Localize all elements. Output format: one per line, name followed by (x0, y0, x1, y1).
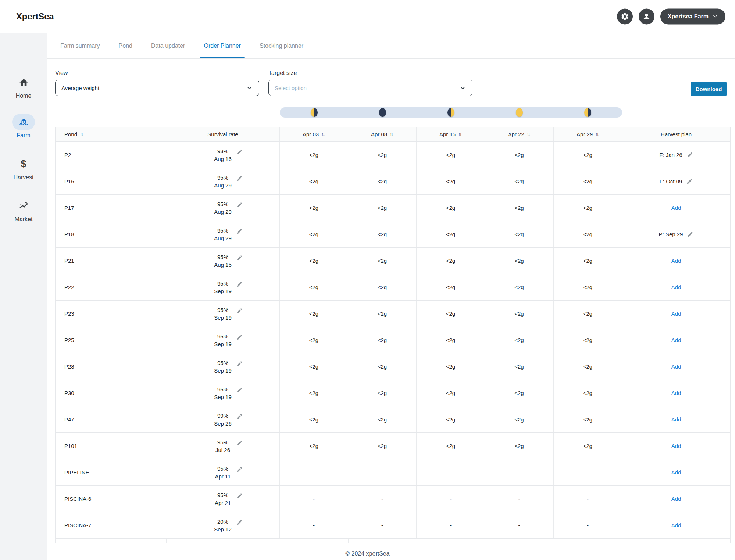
edit-pencil-icon[interactable] (236, 440, 243, 446)
weight-value-cell: <2g (554, 433, 622, 459)
tab-order-planner[interactable]: Order Planner (204, 33, 241, 58)
edit-pencil-icon[interactable] (236, 519, 243, 525)
settings-button[interactable] (617, 8, 633, 24)
edit-pencil-icon[interactable] (236, 228, 243, 234)
tab-farm-summary[interactable]: Farm summary (60, 33, 100, 58)
weight-value-cell: <2g (554, 195, 622, 221)
target-size-placeholder: Select option (275, 85, 307, 91)
weight-value-cell: - (348, 512, 417, 538)
weight-value-cell: <2g (485, 327, 554, 353)
sidebar-item-harvest[interactable]: $ Harvest (0, 156, 47, 181)
weight-value-cell: <2g (485, 248, 554, 274)
chevron-down-icon (246, 85, 253, 91)
moon-full-icon (516, 108, 523, 117)
weight-value-cell: <2g (280, 301, 348, 327)
edit-pencil-icon[interactable] (236, 466, 243, 473)
survival-rate-cell: 95%Sep 19 (166, 274, 280, 300)
column-header-apr-08[interactable]: Apr 08↑↓ (348, 127, 417, 141)
edit-pencil-icon[interactable] (236, 175, 243, 182)
pond-name: PIPELINE (56, 459, 166, 485)
edit-pencil-icon[interactable] (686, 178, 693, 184)
add-harvest-plan-link[interactable]: Add (671, 416, 681, 423)
target-size-select[interactable]: Select option (268, 80, 472, 96)
weight-value-cell: <2g (417, 301, 485, 327)
add-harvest-plan-link[interactable]: Add (671, 258, 681, 264)
table-row: P1795%Aug 29<2g<2g<2g<2g<2gAdd (56, 195, 730, 221)
edit-pencil-icon[interactable] (236, 360, 243, 367)
add-harvest-plan-link[interactable]: Add (671, 469, 681, 475)
profile-button[interactable] (639, 8, 654, 24)
column-header-apr-03[interactable]: Apr 03↑↓ (280, 127, 348, 141)
survival-rate-date: Apr 11 (215, 473, 231, 480)
weight-value-cell: <2g (348, 168, 417, 194)
survival-rate-value: 95% (217, 201, 228, 207)
weight-value-cell: <2g (280, 406, 348, 432)
weight-value-cell: <2g (485, 195, 554, 221)
survival-rate-value: 95% (217, 386, 228, 392)
weight-value-cell: <2g (280, 353, 348, 380)
column-header-pond[interactable]: Pond↑↓ (56, 127, 166, 141)
weight-value-cell: <2g (485, 274, 554, 300)
weight-value-cell: - (280, 512, 348, 538)
sidebar-item-market[interactable]: Market (0, 198, 47, 223)
weight-value-cell: <2g (348, 195, 417, 221)
add-harvest-plan-link[interactable]: Add (671, 522, 681, 528)
weight-value-cell: <2g (417, 142, 485, 168)
add-harvest-plan-link[interactable]: Add (671, 390, 681, 396)
edit-pencil-icon[interactable] (236, 413, 243, 420)
survival-rate-value: 95% (217, 254, 228, 260)
home-icon (12, 74, 35, 90)
column-header-apr-15[interactable]: Apr 15↑↓ (417, 127, 485, 141)
weight-value-cell: <2g (554, 380, 622, 406)
add-harvest-plan-link[interactable]: Add (671, 496, 681, 502)
survival-rate-value: 95% (217, 333, 228, 340)
moon-last-quarter-icon (584, 108, 591, 117)
edit-pencil-icon[interactable] (236, 281, 243, 287)
pond-name: P17 (56, 195, 166, 221)
sidebar-item-home[interactable]: Home (0, 74, 47, 99)
moon-first-quarter-icon (447, 108, 454, 117)
column-header-survival-rate: Survival rate (166, 127, 280, 141)
sort-icon: ↑↓ (458, 132, 462, 137)
add-harvest-plan-link[interactable]: Add (671, 337, 681, 343)
add-harvest-plan-link[interactable]: Add (671, 284, 681, 290)
tab-stocking-planner[interactable]: Stocking planner (260, 33, 303, 58)
market-trend-icon (12, 198, 35, 214)
edit-pencil-icon[interactable] (236, 202, 243, 208)
edit-pencil-icon[interactable] (236, 493, 243, 499)
table-row: PIPELINE95%Apr 11-----Add (56, 459, 730, 486)
moon-slot-apr-29 (554, 107, 622, 118)
column-header-apr-29[interactable]: Apr 29↑↓ (554, 127, 622, 141)
tab-data-updater[interactable]: Data updater (151, 33, 185, 58)
tab-pond[interactable]: Pond (119, 33, 132, 58)
moon-slot-apr-22 (485, 107, 554, 118)
edit-pencil-icon[interactable] (236, 255, 243, 261)
survival-rate-date: Sep 26 (214, 420, 232, 427)
sidebar-item-label: Farm (17, 132, 30, 139)
view-select[interactable]: Average weight (55, 80, 259, 96)
column-header-apr-22[interactable]: Apr 22↑↓ (485, 127, 554, 141)
edit-pencil-icon[interactable] (687, 231, 693, 237)
gear-icon (621, 12, 629, 21)
survival-rate-cell: 95%Sep 19 (166, 353, 280, 380)
harvest-plan-value: P: Sep 29 (659, 231, 683, 237)
weight-value-cell: <2g (280, 142, 348, 168)
sidebar-item-farm[interactable]: Farm (0, 114, 47, 139)
add-harvest-plan-link[interactable]: Add (671, 363, 681, 370)
pond-name: P22 (56, 274, 166, 300)
add-harvest-plan-link[interactable]: Add (671, 443, 681, 449)
add-harvest-plan-link[interactable]: Add (671, 205, 681, 211)
edit-pencil-icon[interactable] (236, 308, 243, 314)
harvest-plan-cell: Add (622, 433, 730, 459)
table-row: P4799%Sep 26<2g<2g<2g<2g<2gAdd (56, 406, 730, 433)
edit-pencil-icon[interactable] (236, 387, 243, 393)
farm-selector-dropdown[interactable]: Xpertsea Farm (660, 8, 725, 24)
download-button[interactable]: Download (691, 82, 727, 96)
survival-rate-cell: 20%Sep 12 (166, 512, 280, 538)
edit-pencil-icon[interactable] (236, 334, 243, 340)
top-bar-actions: Xpertsea Farm (617, 8, 725, 24)
edit-pencil-icon[interactable] (236, 149, 243, 155)
add-harvest-plan-link[interactable]: Add (671, 310, 681, 317)
weight-value-cell: <2g (485, 406, 554, 432)
edit-pencil-icon[interactable] (687, 152, 693, 158)
